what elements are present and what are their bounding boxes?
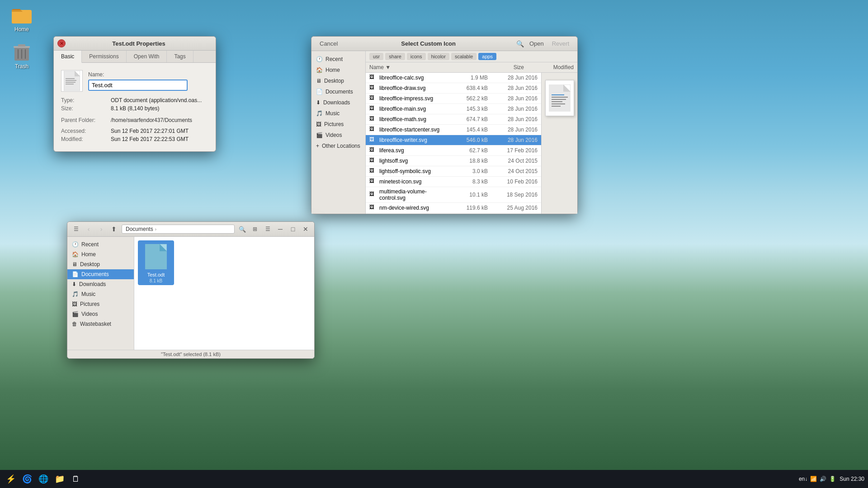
file-row-libreoffice-math[interactable]: 🖼 libreoffice-math.svg 674.7 kB 28 Jun 2…: [366, 114, 541, 125]
file-size-writer: 546.0 kB: [452, 137, 488, 143]
file-row-libreoffice-writer[interactable]: 🖼 libreoffice-writer.svg 546.0 kB 28 Jun…: [366, 135, 541, 145]
icon-dialog-revert-button[interactable]: Revert: [549, 39, 572, 48]
fm-sidebar-downloads[interactable]: ⬇ Downloads: [67, 279, 134, 289]
fm-sidebar-videos[interactable]: 🎬 Videos: [67, 309, 134, 319]
file-row-minetest[interactable]: 🖼 minetest-icon.svg 8.3 kB 10 Feb 2016: [366, 177, 541, 187]
file-row-lightsoff[interactable]: 🖼 lightsoff.svg 18.8 kB 24 Oct 2015: [366, 156, 541, 166]
parent-value: /home/swarfendor437/Documents: [111, 117, 192, 123]
sidebar-item-documents[interactable]: 📄 Documents: [311, 86, 365, 97]
filename-input[interactable]: [88, 80, 188, 91]
taskbar-app-button-5[interactable]: 🗒: [69, 472, 83, 486]
file-row-libreoffice-startcenter[interactable]: 🖼 libreoffice-startcenter.svg 145.4 kB 2…: [366, 125, 541, 135]
path-chip-apps[interactable]: apps: [478, 53, 496, 60]
icon-preview-image: [545, 80, 574, 116]
file-manager: ☰ ‹ › ⬆ Documents › 🔍 ⊞ ☰ ─ □ ✕ 🕐 Recent…: [67, 221, 315, 359]
icon-dialog-open-button[interactable]: Open: [527, 39, 547, 48]
file-row-liferea[interactable]: 🖼 liferea.svg 62.7 kB 17 Feb 2016: [366, 145, 541, 156]
fm-sidebar-wastebasket[interactable]: 🗑 Wastebasket: [67, 319, 134, 329]
file-size-startcenter: 145.4 kB: [452, 127, 488, 133]
path-chip-icons[interactable]: icons: [407, 53, 426, 60]
fm-sidebar-home[interactable]: 🏠 Home: [67, 249, 134, 259]
fm-menu-button[interactable]: ☰: [71, 224, 81, 234]
fm-grid-view-button[interactable]: ⊞: [250, 224, 260, 234]
file-icon-writer: 🖼: [369, 136, 377, 144]
file-modified-startcenter: 28 Jun 2016: [488, 127, 538, 133]
sidebar-item-videos[interactable]: 🎬 Videos: [311, 130, 365, 141]
path-chip-hicolor[interactable]: hicolor: [428, 53, 449, 60]
properties-titlebar: ✕ Test.odt Properties: [54, 37, 216, 51]
file-size-multimedia: 10.1 kB: [452, 192, 488, 198]
fm-videos-label: Videos: [81, 311, 98, 317]
col-header-size[interactable]: Size: [488, 64, 524, 70]
sidebar-item-home[interactable]: 🏠 Home: [311, 65, 365, 75]
fm-search-button[interactable]: 🔍: [237, 224, 247, 234]
tab-permissions[interactable]: Permissions: [82, 51, 126, 62]
fm-maximize-button[interactable]: □: [288, 224, 298, 234]
tab-open-with[interactable]: Open With: [127, 51, 167, 62]
fm-minimize-button[interactable]: ─: [275, 224, 285, 234]
battery-icon[interactable]: 🔋: [829, 476, 836, 482]
tab-tags[interactable]: Tags: [167, 51, 193, 62]
col-header-modified[interactable]: Modified: [524, 64, 574, 70]
volume-icon[interactable]: 🔊: [820, 476, 826, 482]
sidebar-item-desktop[interactable]: 🖥 Desktop: [311, 75, 365, 86]
sidebar-item-downloads[interactable]: ⬇ Downloads: [311, 97, 365, 108]
fm-back-button[interactable]: ‹: [84, 224, 94, 234]
path-chip-usr[interactable]: usr: [369, 53, 383, 60]
file-row-libreoffice-calc[interactable]: 🖼 libreoffice-calc.svg 1.9 MB 28 Jun 201…: [366, 73, 541, 83]
fm-close-button[interactable]: ✕: [301, 224, 311, 234]
fm-sidebar-music[interactable]: 🎵 Music: [67, 289, 134, 299]
parent-label: Parent Folder:: [61, 117, 111, 123]
file-info-row: Name:: [61, 70, 208, 92]
svg-rect-18: [552, 94, 564, 95]
fm-sidebar-desktop[interactable]: 🖥 Desktop: [67, 259, 134, 269]
file-row-libreoffice-main[interactable]: 🖼 libreoffice-main.svg 145.3 kB 28 Jun 2…: [366, 104, 541, 114]
parent-row: Parent Folder: /home/swarfendor437/Docum…: [61, 117, 208, 123]
fm-sidebar-recent[interactable]: 🕐 Recent: [67, 239, 134, 249]
file-size-nm-wired: 119.6 kB: [452, 205, 488, 211]
type-row: Type: ODT document (application/vnd.oas.…: [61, 97, 208, 103]
file-name-liferea: liferea.svg: [379, 147, 452, 154]
fm-up-button[interactable]: ⬆: [109, 224, 119, 234]
sidebar-item-other-locations[interactable]: + Other Locations: [311, 141, 365, 151]
path-chip-share[interactable]: share: [385, 53, 405, 60]
file-row-nm-no-connection[interactable]: 🖼 nm-no-connection.svg 124.0 kB 25 Aug 2…: [366, 213, 541, 214]
modified-label: Modified:: [61, 136, 111, 142]
file-row-nm-device-wired[interactable]: 🖼 nm-device-wired.svg 119.6 kB 25 Aug 20…: [366, 203, 541, 213]
modified-value: Sun 12 Feb 2017 22:22:53 GMT: [111, 136, 189, 142]
icon-dialog-cancel-button[interactable]: Cancel: [317, 39, 340, 48]
fm-list-view-button[interactable]: ☰: [263, 224, 273, 234]
taskbar-app-button-4[interactable]: 📁: [52, 472, 67, 486]
col-header-name[interactable]: Name ▼: [369, 64, 488, 70]
properties-title: Test.odt Properties: [66, 40, 212, 47]
properties-close-button[interactable]: ✕: [57, 39, 66, 47]
lang-indicator[interactable]: en↓: [799, 476, 807, 482]
fm-forward-button[interactable]: ›: [96, 224, 106, 234]
properties-tabs: Basic Permissions Open With Tags: [54, 51, 216, 63]
recent-icon: 🕐: [316, 56, 323, 62]
fm-file-item-testodt[interactable]: Test.odt 8.1 kB: [138, 240, 174, 285]
network-icon[interactable]: 📶: [810, 476, 817, 482]
file-row-lightsoff-symbolic[interactable]: 🖼 lightsoff-symbolic.svg 3.0 kB 24 Oct 2…: [366, 166, 541, 177]
tab-basic[interactable]: Basic: [54, 51, 82, 63]
file-row-libreoffice-impress[interactable]: 🖼 libreoffice-impress.svg 562.2 kB 28 Ju…: [366, 94, 541, 104]
svg-rect-23: [552, 106, 561, 107]
icon-dialog-search-button[interactable]: 🔍: [516, 40, 524, 47]
sidebar-item-recent[interactable]: 🕐 Recent: [311, 54, 365, 65]
file-icon-impress: 🖼: [369, 95, 377, 102]
sidebar-item-pictures[interactable]: 🖼 Pictures: [311, 119, 365, 130]
file-row-libreoffice-draw[interactable]: 🖼 libreoffice-draw.svg 638.4 kB 28 Jun 2…: [366, 83, 541, 94]
taskbar-app-button-1[interactable]: ⚡: [4, 472, 18, 486]
desktop-icon-trash[interactable]: Trash: [4, 41, 40, 70]
documents-icon: 📄: [316, 89, 323, 95]
desktop-icon-home[interactable]: Home: [4, 4, 40, 33]
icon-dialog-body: 🕐 Recent 🏠 Home 🖥 Desktop 📄 Documents ⬇ …: [311, 51, 577, 214]
taskbar-app-button-2[interactable]: 🌀: [20, 472, 34, 486]
fm-sidebar-pictures[interactable]: 🖼 Pictures: [67, 299, 134, 309]
file-name-lightsoff: lightsoff.svg: [379, 158, 452, 164]
fm-sidebar-documents[interactable]: 📄 Documents: [67, 269, 134, 279]
sidebar-item-music[interactable]: 🎵 Music: [311, 108, 365, 119]
file-row-multimedia-volume[interactable]: 🖼 multimedia-volume-control.svg 10.1 kB …: [366, 187, 541, 203]
taskbar-app-button-3[interactable]: 🌐: [36, 472, 51, 486]
path-chip-scalable[interactable]: scalable: [451, 53, 476, 60]
